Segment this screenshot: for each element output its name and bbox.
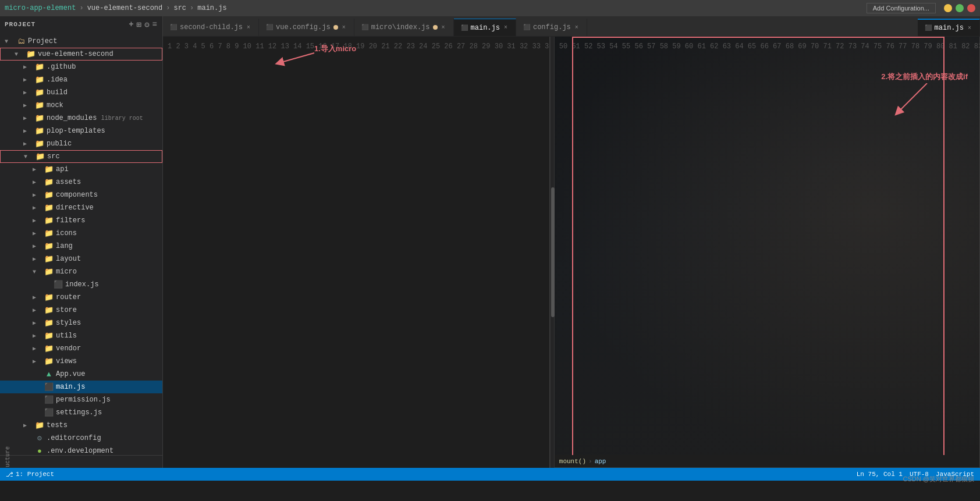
folder-icon: 📁 bbox=[44, 177, 54, 187]
line-col-text: Ln 75, Col 1 bbox=[857, 471, 903, 478]
sidebar-label: directive bbox=[56, 204, 94, 212]
tab-micro-index[interactable]: ⬛ micro\index.js × bbox=[354, 19, 454, 36]
minimize-button[interactable]: − bbox=[944, 4, 952, 12]
tab-main-js-right[interactable]: ⬛ main.js × bbox=[918, 19, 980, 36]
js-file-icon: ⬛ bbox=[54, 280, 63, 289]
sidebar-item-directive[interactable]: ▶ 📁 directive bbox=[0, 201, 162, 214]
sidebar-item-api[interactable]: ▶ 📁 api bbox=[0, 163, 162, 176]
sidebar-item-styles[interactable]: ▶ 📁 styles bbox=[0, 317, 162, 329]
title-sep1: › bbox=[79, 4, 83, 12]
sidebar-label: main.js bbox=[56, 383, 85, 391]
tab-close[interactable]: × bbox=[967, 24, 972, 32]
new-file-icon[interactable]: + bbox=[129, 20, 134, 30]
sidebar-item-mock[interactable]: ▶ 📁 mock bbox=[0, 99, 162, 112]
expand-arrow: ▶ bbox=[33, 307, 42, 314]
right-code-area[interactable]: 50 51 52 53 54 55 56 57 58 59 60 61 62 6… bbox=[555, 37, 979, 455]
sidebar-item-router[interactable]: ▶ 📁 router bbox=[0, 291, 162, 304]
folder-icon: 📁 bbox=[44, 357, 54, 366]
expand-arrow: ▼ bbox=[5, 38, 14, 45]
sidebar-item-permission[interactable]: ▶ ⬛ permission.js bbox=[0, 393, 162, 406]
sidebar-item-project[interactable]: ▼ 🗂 Project bbox=[0, 35, 162, 48]
tab-icon: ⬛ bbox=[461, 24, 468, 31]
tab-config[interactable]: ⬛ config.js × bbox=[516, 19, 587, 36]
status-git-label: 1: Project bbox=[16, 471, 54, 478]
expand-arrow: ▼ bbox=[33, 269, 42, 275]
maximize-button[interactable]: □ bbox=[956, 4, 964, 12]
sidebar-item-plop[interactable]: ▶ 📁 plop-templates bbox=[0, 125, 162, 137]
tab-second-child[interactable]: ⬛ second-child.js × bbox=[163, 19, 259, 36]
sidebar-item-utils[interactable]: ▶ 📁 utils bbox=[0, 329, 162, 342]
sidebar-item-settings[interactable]: ▶ ⬛ settings.js bbox=[0, 406, 162, 419]
breadcrumb-app: app bbox=[595, 458, 606, 465]
tab-close[interactable]: × bbox=[441, 24, 446, 31]
sidebar-item-node-modules[interactable]: ▶ 📁 node_modules library root bbox=[0, 112, 162, 125]
sidebar-label: assets bbox=[56, 178, 81, 186]
sidebar-item-build[interactable]: ▶ 📁 build bbox=[0, 86, 162, 99]
sidebar-item-editorconfig[interactable]: ▶ ⚙ .editorconfig bbox=[0, 432, 162, 445]
sidebar-item-github[interactable]: ▶ 📁 .github bbox=[0, 61, 162, 73]
sidebar-item-layout[interactable]: ▶ 📁 layout bbox=[0, 253, 162, 265]
folder-icon: 📁 bbox=[44, 293, 54, 302]
sidebar-item-store[interactable]: ▶ 📁 store bbox=[0, 304, 162, 317]
new-folder-icon[interactable]: ⊞ bbox=[137, 20, 142, 30]
tab-label: config.js bbox=[533, 23, 571, 31]
expand-arrow: ▶ bbox=[33, 243, 42, 250]
tab-main-js-left[interactable]: ⬛ main.js × bbox=[454, 19, 516, 36]
vue-file-icon: ▲ bbox=[44, 369, 54, 379]
sidebar-item-tests[interactable]: ▶ 📁 tests bbox=[0, 419, 162, 432]
tabbar: ⬛ second-child.js × ⬛ vue.config.js × ⬛ … bbox=[163, 16, 980, 37]
sidebar-item-icons[interactable]: ▶ 📁 icons bbox=[0, 227, 162, 240]
sidebar-item-components[interactable]: ▶ 📁 components bbox=[0, 189, 162, 201]
expand-arrow: ▶ bbox=[23, 140, 33, 147]
close-button[interactable]: × bbox=[967, 4, 975, 12]
sidebar-item-vendor[interactable]: ▶ 📁 vendor bbox=[0, 342, 162, 355]
tab-close[interactable]: × bbox=[574, 24, 580, 31]
sidebar-item-assets[interactable]: ▶ 📁 assets bbox=[0, 176, 162, 189]
title-sep2: › bbox=[166, 4, 170, 12]
sidebar-title: PROJECT bbox=[5, 21, 35, 28]
titlebar: micro-app-element › vue-element-second ›… bbox=[0, 0, 980, 16]
expand-arrow: ▶ bbox=[23, 89, 33, 96]
no-arrow: ▶ bbox=[33, 371, 42, 378]
title-project: micro-app-element bbox=[5, 4, 76, 12]
sidebar-item-idea[interactable]: ▶ 📁 .idea bbox=[0, 73, 162, 86]
status-git[interactable]: ⎇ 1: Project bbox=[6, 471, 54, 478]
tab-icon: ⬛ bbox=[361, 24, 368, 31]
js-file-icon: ⬛ bbox=[44, 395, 54, 404]
sidebar-item-src[interactable]: ▼ 📁 src bbox=[0, 150, 162, 163]
sidebar-item-app-vue[interactable]: ▶ ▲ App.vue bbox=[0, 368, 162, 381]
tab-close[interactable]: × bbox=[341, 24, 347, 31]
sidebar-item-views[interactable]: ▶ 📁 views bbox=[0, 355, 162, 368]
expand-arrow: ▶ bbox=[33, 217, 42, 224]
sidebar-header-icons: + ⊞ ⚙ ≡ bbox=[129, 20, 158, 30]
left-code-area[interactable]: 1 2 3 4 5 6 7 8 9 10 11 12 13 14 15 16 1… bbox=[163, 37, 549, 468]
no-arrow: ▶ bbox=[23, 447, 33, 454]
right-breadcrumb: mount() › app bbox=[555, 455, 979, 468]
sidebar-content[interactable]: ▼ 🗂 Project ▼ 📁 vue-element-second ▶ 📁 .… bbox=[0, 33, 162, 455]
settings-icon[interactable]: ⚙ bbox=[144, 20, 150, 30]
sidebar-item-vue-element-second[interactable]: ▼ 📁 vue-element-second bbox=[0, 48, 162, 61]
sidebar-item-main-js[interactable]: ▶ ⬛ main.js bbox=[0, 381, 162, 393]
folder-icon: 📁 bbox=[44, 305, 54, 315]
tab-label: main.js bbox=[471, 24, 500, 32]
folder-icon: 📁 bbox=[44, 190, 54, 200]
no-arrow: ▶ bbox=[33, 396, 42, 403]
add-config-button[interactable]: Add Configuration... bbox=[867, 3, 936, 13]
sidebar-item-micro-index[interactable]: ▶ ⬛ index.js bbox=[0, 278, 162, 291]
folder-icon: 📁 bbox=[44, 318, 54, 328]
expand-arrow: ▶ bbox=[23, 102, 33, 109]
tab-vue-config[interactable]: ⬛ vue.config.js × bbox=[259, 19, 354, 36]
title-src: src bbox=[173, 4, 186, 12]
sidebar-item-micro[interactable]: ▼ 📁 micro bbox=[0, 265, 162, 278]
folder-icon: 📁 bbox=[35, 101, 44, 110]
structure-tab[interactable]: Structure bbox=[0, 455, 162, 468]
collapse-icon[interactable]: ≡ bbox=[152, 20, 158, 30]
sidebar-item-public[interactable]: ▶ 📁 public bbox=[0, 137, 162, 150]
tab-close[interactable]: × bbox=[246, 24, 251, 31]
sidebar-item-env-dev[interactable]: ▶ ● .env.development bbox=[0, 445, 162, 455]
sidebar-item-lang[interactable]: ▶ 📁 lang bbox=[0, 240, 162, 253]
expand-arrow: ▶ bbox=[33, 358, 42, 365]
sidebar-item-filters[interactable]: ▶ 📁 filters bbox=[0, 214, 162, 227]
tab-close[interactable]: × bbox=[503, 24, 509, 31]
csdn-watermark: CSDN @笑对世界都狼狈 bbox=[903, 475, 974, 484]
